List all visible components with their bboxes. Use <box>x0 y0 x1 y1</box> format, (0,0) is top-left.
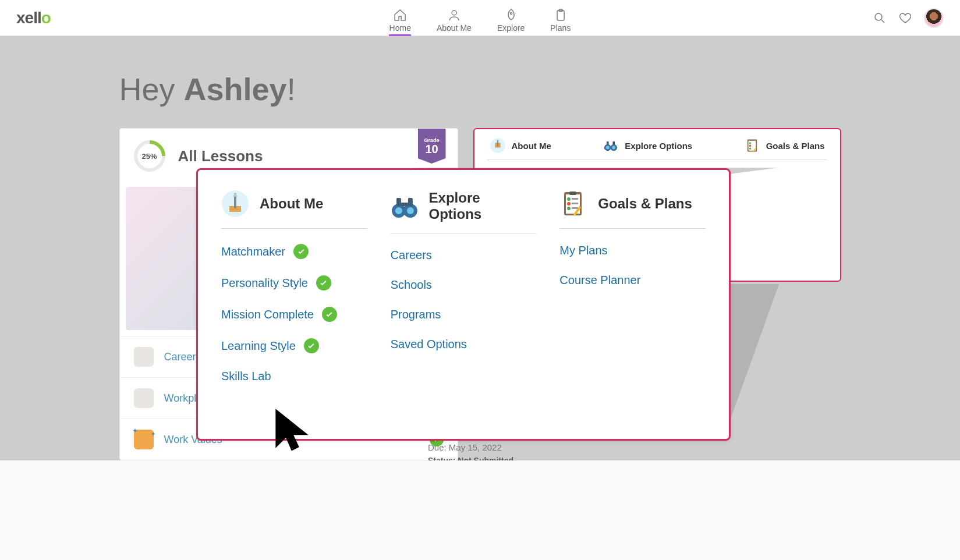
topbar: xello Home About Me Explore Plans <box>0 0 960 36</box>
greeting: Hey Ashley! <box>119 71 841 107</box>
link-mission-complete[interactable]: Mission Complete <box>221 307 367 322</box>
svg-rect-7 <box>497 140 498 147</box>
svg-rect-13 <box>613 141 615 145</box>
svg-point-36 <box>567 197 571 201</box>
quick-explore-label: Explore Options <box>625 141 692 151</box>
link-course-planner[interactable]: Course Planner <box>559 274 706 287</box>
hands-icon <box>134 388 154 408</box>
binoculars-icon <box>391 192 419 220</box>
check-icon <box>304 338 319 353</box>
svg-rect-41 <box>572 207 578 209</box>
checklist-icon <box>559 190 587 218</box>
assignment-due: Due: May 15, 2022 <box>428 442 766 452</box>
link-schools[interactable]: Schools <box>391 278 537 292</box>
rocket-icon <box>504 8 518 22</box>
popover-col-title: Goals & Plans <box>598 196 692 212</box>
popover-explore-head: Explore Options <box>391 190 537 233</box>
nav-plans-label: Plans <box>550 23 571 33</box>
link-label: Personality Style <box>221 277 308 290</box>
link-label: Programs <box>391 308 441 321</box>
cursor-icon <box>271 407 317 453</box>
link-programs[interactable]: Programs <box>391 308 537 321</box>
svg-point-29 <box>407 207 414 214</box>
greeting-name: Ashley <box>184 72 287 107</box>
check-icon <box>293 244 309 259</box>
about-me-icon <box>490 137 506 154</box>
svg-point-38 <box>567 207 571 210</box>
link-learning-style[interactable]: Learning Style <box>221 338 367 353</box>
quick-about-label: About Me <box>512 141 551 151</box>
lessons-title: All Lessons <box>178 147 263 165</box>
nav-about-label: About Me <box>437 23 472 33</box>
logo[interactable]: xello <box>16 9 51 27</box>
nav-explore[interactable]: Explore <box>497 0 525 36</box>
link-label: Saved Options <box>391 338 467 351</box>
top-nav: Home About Me Explore Plans <box>389 0 571 36</box>
nav-explore-label: Explore <box>497 23 525 33</box>
nav-home-label: Home <box>389 23 411 33</box>
popover-col-title: About Me <box>260 196 323 212</box>
quick-goals[interactable]: Goals & Plans <box>744 137 825 154</box>
popover-col-explore: Explore Options Careers Schools Programs… <box>391 190 537 399</box>
check-icon <box>316 275 331 290</box>
link-saved-options[interactable]: Saved Options <box>391 338 537 351</box>
svg-rect-31 <box>408 198 413 206</box>
grade-number: 10 <box>425 143 438 155</box>
checklist-icon <box>744 137 760 154</box>
svg-point-37 <box>567 202 571 205</box>
svg-rect-30 <box>396 198 401 206</box>
svg-rect-32 <box>401 203 408 206</box>
quick-about-me[interactable]: About Me <box>490 137 551 154</box>
svg-rect-35 <box>569 192 576 195</box>
link-label: Schools <box>391 278 432 292</box>
briefcase-icon: ✦ ✦ <box>134 430 154 449</box>
progress-percent: 25% <box>137 144 162 168</box>
svg-rect-40 <box>572 203 578 204</box>
link-label: Matchmaker <box>221 245 285 258</box>
svg-point-18 <box>749 148 751 150</box>
person-icon <box>447 8 461 22</box>
heart-icon[interactable] <box>898 11 912 25</box>
link-my-plans[interactable]: My Plans <box>559 244 706 257</box>
progress-ring: 25% <box>134 140 165 172</box>
nav-plans[interactable]: Plans <box>550 0 571 36</box>
piggybank-icon <box>134 347 154 367</box>
link-careers[interactable]: Careers <box>391 249 537 262</box>
topbar-right <box>873 8 944 28</box>
nav-about[interactable]: About Me <box>437 0 472 36</box>
link-label: Careers <box>391 249 432 262</box>
greeting-suffix: ! <box>287 72 296 107</box>
greeting-prefix: Hey <box>119 72 184 107</box>
clipboard-icon <box>554 8 568 22</box>
svg-point-11 <box>612 146 616 150</box>
nav-home[interactable]: Home <box>389 0 411 36</box>
divider <box>487 160 827 160</box>
svg-point-16 <box>749 142 751 144</box>
link-matchmaker[interactable]: Matchmaker <box>221 244 367 259</box>
popover-about-head: About Me <box>221 190 367 229</box>
grade-badge: Grade 10 <box>418 129 446 164</box>
quick-explore[interactable]: Explore Options <box>603 137 692 154</box>
assignment-block: Due: May 15, 2022 Status: Not Submitted … <box>428 442 766 460</box>
avatar[interactable] <box>924 8 944 28</box>
svg-point-10 <box>606 146 610 150</box>
popover-goals-head: Goals & Plans <box>559 190 706 229</box>
binoculars-icon <box>603 137 619 154</box>
link-skills-lab[interactable]: Skills Lab <box>221 370 367 383</box>
link-label: Mission Complete <box>221 308 314 321</box>
popover-col-goals: Goals & Plans My Plans Course Planner <box>559 190 706 399</box>
link-label: Learning Style <box>221 339 296 353</box>
popover-col-title: Explore Options <box>429 190 537 222</box>
svg-rect-39 <box>572 198 578 200</box>
quick-access-headers: About Me Explore Options Goals & Plans <box>487 137 827 154</box>
link-personality-style[interactable]: Personality Style <box>221 275 367 290</box>
quick-goals-label: Goals & Plans <box>766 141 825 151</box>
svg-point-17 <box>749 145 751 147</box>
svg-point-1 <box>510 12 512 14</box>
svg-point-28 <box>395 207 402 214</box>
search-icon[interactable] <box>873 11 887 25</box>
check-icon <box>322 307 337 322</box>
quick-access-popover: About Me Matchmaker Personality Style Mi… <box>196 168 731 441</box>
popover-col-about: About Me Matchmaker Personality Style Mi… <box>221 190 367 399</box>
svg-point-0 <box>452 10 456 15</box>
